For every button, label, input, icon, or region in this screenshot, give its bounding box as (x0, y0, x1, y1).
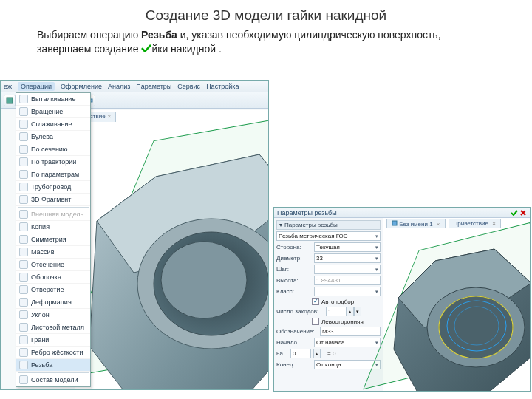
desc-operation-name: Резьба (141, 29, 177, 41)
close-icon[interactable]: × (492, 220, 496, 227)
side-select[interactable]: Текущая (314, 242, 381, 252)
height-input[interactable]: 1.894431 (314, 276, 381, 285)
dd-smooth[interactable]: Сглаживание (16, 118, 90, 131)
dropdown-separator-2 (18, 372, 89, 373)
dd-symmetry[interactable]: Симметрия (16, 233, 90, 246)
autofit-label: Автоподбор (321, 299, 354, 305)
cube-icon (392, 220, 398, 226)
begin-label: Начало (276, 339, 312, 346)
dd-sweep[interactable]: По траектории (16, 156, 90, 168)
dd-extmodel[interactable]: Внешняя модель (16, 208, 90, 221)
dd-deform[interactable]: Деформация (16, 296, 90, 309)
dd-byparams[interactable]: По параметрам (16, 168, 90, 181)
cancel-icon[interactable] (519, 209, 527, 216)
doc-tab-unnamed[interactable]: Без имени 1 × (386, 219, 446, 228)
desc-text-pre: Выбираем операцию (37, 29, 141, 41)
on-label: на (276, 350, 288, 357)
on-equals: = 0 (327, 350, 335, 357)
menu-operations[interactable]: Операции (18, 82, 55, 91)
operations-dropdown: Выталкивание Вращение Сглаживание Булева… (16, 92, 91, 387)
nut-shape-right (383, 231, 531, 392)
description-paragraph: Выбираем операцию Резьба и, указав необх… (37, 28, 495, 56)
autofit-checkbox[interactable] (312, 298, 319, 305)
menu-settings[interactable]: Настройка (206, 83, 239, 90)
menubar-cut: еж (4, 83, 12, 90)
params-section-head[interactable]: ▾Параметры резьбы (276, 220, 381, 230)
end-select[interactable]: От конца (314, 360, 381, 369)
pitch-select[interactable] (314, 265, 381, 274)
step-up-icon[interactable]: ▴ (347, 307, 354, 316)
viewport-left: етствие× (75, 110, 268, 389)
doc-tabs-right: Без имени 1 × Приветствие × (386, 219, 501, 228)
lefthand-label: Левосторонняя (321, 318, 364, 325)
begin-select[interactable]: От начала (314, 338, 381, 347)
end-label: Конец (276, 361, 312, 368)
dd-modelcontents[interactable]: Состав модели (16, 374, 90, 386)
nut-shape-left (75, 125, 269, 390)
step-down-icon[interactable]: ▾ (354, 307, 361, 316)
height-label: Высота: (276, 277, 312, 284)
panel-titlebar: Параметры резьбы (274, 208, 530, 218)
on-input[interactable]: 0 (290, 349, 311, 358)
nut-render-left (75, 125, 269, 390)
screenshot-right: Параметры резьбы ▾Параметры резьбы Резьб… (273, 207, 531, 392)
dd-shell[interactable]: Оболочка (16, 271, 90, 284)
dd-revolve[interactable]: Вращение (16, 106, 90, 118)
viewport-right: Без имени 1 × Приветствие × (383, 218, 530, 391)
diameter-select[interactable]: 33 (314, 253, 381, 263)
dd-thread[interactable]: Резьба (16, 359, 90, 372)
close-icon[interactable]: × (108, 113, 112, 120)
menu-parameters[interactable]: Параметры (136, 83, 171, 90)
slide-title: Создание 3D модели гайки накидной (0, 7, 532, 24)
dd-sheetmetal[interactable]: Листовой металл (16, 321, 90, 334)
menubar: еж Операции Оформление Анализ Параметры … (1, 81, 268, 92)
class-select[interactable] (314, 287, 381, 296)
dd-loft[interactable]: По сечению (16, 143, 90, 156)
collapse-icon[interactable]: ▾ (279, 222, 282, 228)
apply-icon[interactable] (511, 209, 518, 216)
dropdown-separator-1 (18, 207, 89, 208)
dd-extrude[interactable]: Выталкивание (16, 93, 90, 106)
thread-params-panel: ▾Параметры резьбы Резьба метрическая ГОС… (274, 218, 383, 391)
class-label: Класс: (276, 288, 312, 295)
thread-type-select[interactable]: Резьба метрическая ГОС (276, 231, 381, 241)
dd-array[interactable]: Массив (16, 246, 90, 259)
dd-draft[interactable]: Уклон (16, 309, 90, 321)
svg-rect-0 (7, 98, 13, 103)
designation-input[interactable]: M33 (320, 327, 381, 336)
lefthand-checkbox[interactable] (312, 318, 319, 325)
panel-title-text: Параметры резьбы (277, 209, 337, 216)
doc-tab-welcome2[interactable]: Приветствие × (449, 219, 501, 228)
dd-hole[interactable]: Отверстие (16, 284, 90, 296)
close-icon[interactable]: × (437, 221, 440, 228)
dd-pipe[interactable]: Трубопровод (16, 181, 90, 194)
menu-service[interactable]: Сервис (177, 83, 200, 90)
starts-label: Число заходов: (276, 308, 324, 315)
diameter-label: Диаметр: (276, 255, 312, 262)
dd-boolean[interactable]: Булева (16, 131, 90, 143)
designation-label: Обозначение: (276, 328, 318, 335)
svg-point-9 (161, 242, 247, 318)
toolbar-button-1[interactable] (4, 95, 16, 106)
menu-analysis[interactable]: Анализ (108, 83, 130, 90)
side-label: Сторона: (276, 244, 312, 250)
checkmark-icon (141, 44, 151, 54)
desc-text-post: йки накидной . (151, 43, 221, 55)
step-up-icon[interactable]: ▴ (313, 349, 321, 358)
dd-cut[interactable]: Отсечение (16, 259, 90, 271)
dd-copy[interactable]: Копия (16, 221, 90, 233)
dd-3dfrag[interactable]: 3D Фрагмент (16, 194, 90, 206)
screenshot-left: еж Операции Оформление Анализ Параметры … (0, 80, 269, 390)
starts-stepper[interactable]: 1▴▾ (326, 307, 361, 316)
dd-rib[interactable]: Ребро жёсткости (16, 347, 90, 359)
menu-design[interactable]: Оформление (61, 83, 102, 90)
svg-rect-10 (392, 221, 397, 225)
pitch-label: Шаг: (276, 266, 312, 273)
dd-faces[interactable]: Грани (16, 334, 90, 347)
